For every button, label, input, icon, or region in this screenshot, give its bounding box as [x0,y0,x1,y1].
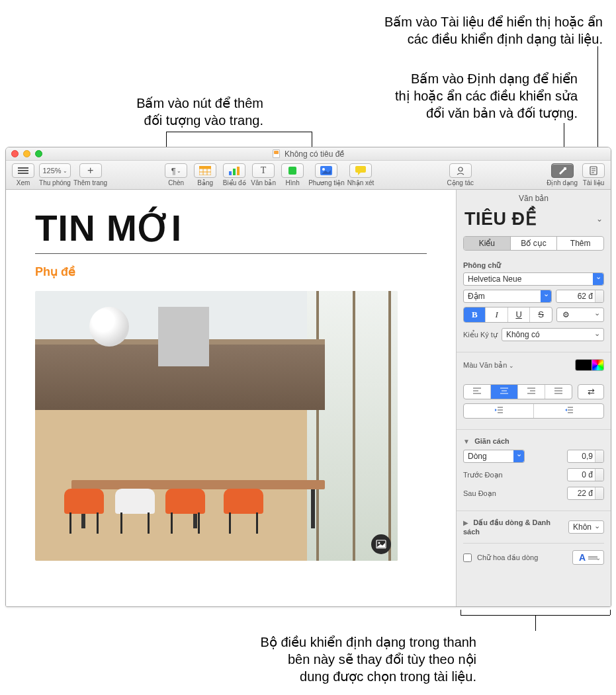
document-button[interactable]: Tài liệu [580,163,607,186]
indent-button[interactable] [534,404,603,418]
zoom-value: 125% [42,167,61,175]
media-icon [320,166,332,175]
collaborate-button[interactable]: Cộng tác [447,163,474,186]
bullets-disclosure[interactable]: ▶ Dấu đầu dòng & Danh sách [463,518,564,536]
advanced-options-button[interactable]: ⚙ [556,307,604,322]
chart-icon [228,166,240,175]
chevron-down-icon: ⌄ [596,214,603,224]
font-weight-select[interactable]: Đậm [463,290,552,303]
dropcap-style-select[interactable]: A [572,550,604,565]
view-button[interactable]: Xem [10,163,36,186]
font-size-input[interactable]: 62 đ [556,290,604,303]
after-paragraph-value[interactable]: 22 đ [567,487,604,500]
color-wheel-icon [592,360,603,370]
svg-rect-14 [355,166,366,173]
collab-icon [455,166,466,175]
brush-icon [557,166,568,175]
shape-label: Hình [286,179,300,186]
svg-rect-8 [229,171,232,175]
font-label: Phông chữ [463,261,604,270]
char-style-select[interactable]: Không có [502,328,604,341]
view-icon [18,167,28,175]
zoom-selector[interactable]: 125%⌄ Thu phóng [39,163,71,186]
callout-sidebar-text: Bộ điều khiển định dạng trong thanh bên … [261,635,476,684]
typeface-segment: B I U S [463,307,552,323]
table-label: Bảng [197,179,213,186]
collab-label: Cộng tác [447,179,474,186]
insert-label: Chèn [168,179,184,186]
text-label: Văn bản [251,179,276,186]
dropcap-label: Chữ hoa đầu dòng [477,553,538,562]
gear-icon: ⚙ [562,310,570,319]
table-button[interactable]: Bảng [192,163,218,186]
underline-button[interactable]: U [508,307,530,322]
callout-document: Bấm vào Tài liệu để hiển thị hoặc ẩn các… [325,13,603,48]
format-button[interactable]: Định dạng [547,163,578,186]
insert-button[interactable]: ¶⌄ Chèn [163,163,189,186]
callout-insert: Bấm vào nút để thêm đối tượng vào trang. [78,95,263,129]
italic-button[interactable]: I [486,307,507,322]
comment-button[interactable]: Nhận xét [347,163,374,186]
triangle-down-icon: ▼ [463,438,470,445]
view-label: Xem [17,179,30,186]
sidebar-header: Văn bản [457,190,611,206]
outdent-button[interactable] [464,404,534,418]
font-family-value: Helvetica Neue [468,274,521,284]
horizontal-rule [35,253,427,254]
svg-point-15 [459,167,462,171]
triangle-right-icon: ▶ [463,519,468,526]
bold-button[interactable]: B [464,307,486,322]
svg-rect-1 [18,170,28,171]
before-paragraph-label: Trước Đoạn [463,471,563,479]
align-center-button[interactable] [491,385,518,399]
shape-icon [288,166,297,175]
strikethrough-button[interactable]: S [530,307,551,322]
divider [463,543,604,544]
font-family-select[interactable]: Helvetica Neue [463,272,604,286]
callout-line [461,610,461,615]
add-page-button[interactable]: + Thêm trang [73,163,107,186]
before-paragraph-value[interactable]: 0 đ [567,468,604,481]
shape-button[interactable]: Hình [279,163,306,186]
document-icon [273,149,280,158]
comment-icon [355,166,366,175]
media-button[interactable]: Phương tiện [308,163,345,186]
format-label: Định dạng [547,179,578,186]
text-button[interactable]: T Văn bản [250,163,277,186]
document-canvas[interactable]: TIN MỚI Phụ đề [6,190,456,606]
align-left-button[interactable] [464,385,491,399]
font-weight-value: Đậm [468,292,485,301]
align-right-button[interactable] [518,385,545,399]
toolbar: Xem 125%⌄ Thu phóng + Thêm trang ¶⌄ Chèn… [6,161,611,190]
svg-rect-10 [237,167,240,175]
subtitle-text[interactable]: Phụ đề [35,265,427,279]
font-size-value: 62 đ [578,292,593,301]
image-badge-icon[interactable] [371,534,391,554]
chart-button[interactable]: Biểu đồ [221,163,247,186]
text-color-label: Màu Văn bản ⌄ [463,361,571,370]
callout-document-text: Bấm vào Tài liệu để hiển thị hoặc ẩn các… [384,15,603,46]
titlebar: Không có tiêu đề [6,147,611,161]
tab-style[interactable]: Kiểu [464,237,511,250]
tab-more[interactable]: Thêm [557,237,603,250]
svg-rect-11 [288,167,296,175]
text-color-well[interactable] [575,359,604,371]
bullets-value: Khôn [573,522,592,532]
svg-rect-9 [233,169,236,175]
tab-layout[interactable]: Bố cục [511,237,558,250]
line-spacing-value[interactable]: 0,9 [567,450,604,463]
char-style-value: Không có [506,330,540,339]
placeholder-image[interactable] [35,291,398,561]
bullets-style-select[interactable]: Khôn [568,520,604,534]
dropcap-checkbox[interactable] [463,553,472,562]
line-spacing-mode[interactable]: Dòng [463,450,525,463]
dropcap-lines-icon [588,556,597,559]
svg-point-13 [322,168,325,171]
headline-text[interactable]: TIN MỚI [35,207,427,249]
spacing-disclosure[interactable]: ▼ Giãn cách [463,436,604,446]
paragraph-style-selector[interactable]: TIÊU ĐỀ ⌄ [457,206,611,236]
svg-rect-0 [18,167,28,169]
direction-button[interactable]: ⇄ [578,384,604,399]
callout-line [166,132,312,132]
align-justify-button[interactable] [545,385,572,399]
